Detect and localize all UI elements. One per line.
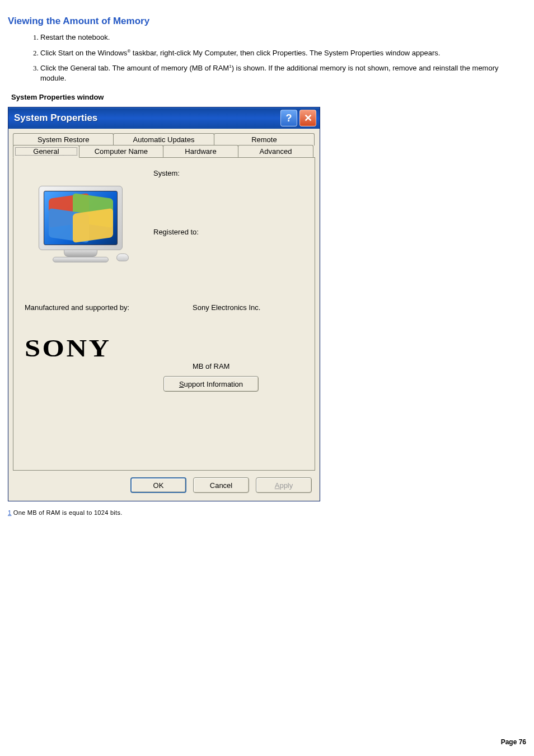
tab-automatic-updates[interactable]: Automatic Updates bbox=[113, 133, 214, 145]
mouse-icon bbox=[116, 253, 129, 261]
close-icon[interactable]: ✕ bbox=[299, 110, 316, 126]
step-2: Click Start on the Windows® taskbar, rig… bbox=[40, 48, 526, 58]
system-label: System: bbox=[153, 169, 303, 177]
tab-pane-general: System: Registered to: Manufactured and … bbox=[13, 157, 315, 471]
manufacturer-value: Sony Electronics Inc. bbox=[193, 303, 303, 312]
apply-label-rest: pply bbox=[279, 481, 293, 490]
support-accel: S bbox=[179, 380, 184, 388]
page-number: Page 76 bbox=[501, 738, 526, 746]
footnote-text: One MB of RAM is equal to 1024 bits. bbox=[13, 509, 123, 516]
footnote: 1 One MB of RAM is equal to 1024 bits. bbox=[8, 509, 526, 516]
figure-caption: System Properties window bbox=[11, 93, 526, 101]
tab-general[interactable]: General bbox=[13, 145, 79, 158]
tab-remote[interactable]: Remote bbox=[214, 133, 315, 145]
section-heading: Viewing the Amount of Memory bbox=[8, 16, 526, 27]
support-information-button[interactable]: Support Information bbox=[163, 376, 259, 392]
support-label-rest: upport Information bbox=[184, 380, 243, 388]
tab-computer-name[interactable]: Computer Name bbox=[79, 145, 163, 158]
system-properties-window: System Properties ? ✕ System Restore Aut… bbox=[8, 107, 320, 501]
ram-label: MB of RAM bbox=[193, 362, 303, 370]
help-icon[interactable]: ? bbox=[280, 110, 297, 126]
tab-hardware[interactable]: Hardware bbox=[163, 145, 238, 158]
step-3: Click the General tab. The amount of mem… bbox=[40, 63, 526, 83]
steps-list: Restart the notebook. Click Start on the… bbox=[8, 32, 526, 83]
manufactured-by-label: Manufactured and supported by: bbox=[25, 303, 193, 312]
ok-button[interactable]: OK bbox=[130, 477, 186, 493]
apply-button[interactable]: Apply bbox=[256, 477, 312, 493]
cancel-button[interactable]: Cancel bbox=[193, 477, 249, 493]
sony-logo: SONY bbox=[25, 334, 218, 363]
tab-strip: System Restore Automatic Updates Remote … bbox=[13, 133, 315, 158]
footnote-ref-link[interactable]: 1 bbox=[8, 509, 11, 516]
dialog-button-row: OK Cancel Apply bbox=[13, 471, 315, 495]
windows-logo-icon bbox=[44, 191, 117, 245]
tab-system-restore[interactable]: System Restore bbox=[13, 133, 114, 145]
computer-monitor-icon bbox=[36, 186, 125, 262]
titlebar[interactable]: System Properties ? ✕ bbox=[8, 107, 320, 129]
step-1: Restart the notebook. bbox=[40, 32, 526, 43]
tab-advanced[interactable]: Advanced bbox=[238, 145, 313, 158]
window-title: System Properties bbox=[14, 112, 97, 124]
registered-to-label: Registered to: bbox=[153, 228, 303, 236]
